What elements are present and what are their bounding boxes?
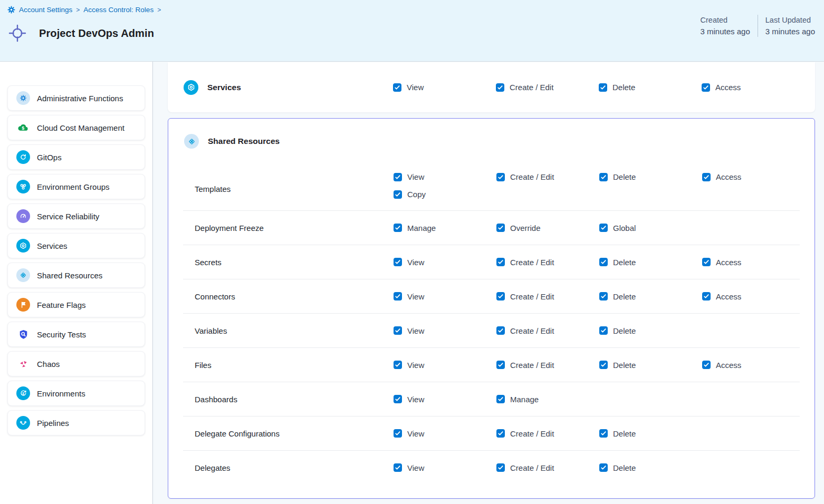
- create-edit-checkbox[interactable]: [496, 361, 505, 369]
- sidebar-item-chaos[interactable]: Chaos: [7, 351, 145, 376]
- delete-checkbox[interactable]: [599, 361, 608, 369]
- sidebar-item-security-tests[interactable]: Security Tests: [7, 322, 145, 347]
- permission-label: View: [407, 395, 424, 404]
- create-edit-checkbox[interactable]: [496, 292, 505, 301]
- sidebar-item-label: GitOps: [37, 153, 62, 162]
- access-checkbox[interactable]: [702, 173, 711, 181]
- delete-checkbox[interactable]: [599, 463, 608, 472]
- services-icon: [184, 80, 198, 95]
- permission-access: Access: [702, 258, 800, 267]
- permission-label: View: [407, 172, 424, 181]
- create-edit-checkbox[interactable]: [496, 258, 505, 266]
- access-checkbox[interactable]: [702, 258, 711, 266]
- view-checkbox[interactable]: [394, 292, 402, 301]
- services-icon: [16, 239, 30, 253]
- permission-label: View: [407, 326, 424, 335]
- create-edit-checkbox[interactable]: [496, 173, 505, 181]
- view-checkbox[interactable]: [394, 361, 402, 369]
- permission-create-edit: Create / Edit: [496, 326, 599, 335]
- delete-checkbox[interactable]: [599, 258, 608, 266]
- permission-cell: Create / Edit: [496, 463, 599, 472]
- create-edit-checkbox[interactable]: [496, 429, 505, 438]
- permission-cell: Manage: [496, 395, 599, 404]
- delete-checkbox[interactable]: [599, 173, 608, 181]
- permission-label: Create / Edit: [510, 83, 553, 92]
- permission-cell: View: [394, 292, 496, 301]
- permission-delete: Delete: [599, 361, 702, 370]
- permission-row-templates: TemplatesViewCopyCreate / EditDeleteAcce…: [183, 168, 800, 210]
- delete-checkbox[interactable]: [599, 292, 608, 301]
- sidebar-item-gitops[interactable]: GitOps: [7, 144, 145, 170]
- permission-delete: Delete: [599, 172, 702, 181]
- sidebar-item-shared-resources[interactable]: Shared Resources: [7, 263, 145, 288]
- permission-cell: Access: [702, 83, 815, 92]
- permission-cell: Delete: [599, 292, 702, 301]
- sidebar-item-label: Security Tests: [37, 330, 86, 339]
- sidebar-item-service-reliability[interactable]: Service Reliability: [7, 203, 145, 229]
- permission-label: View: [407, 361, 424, 370]
- svg-text:$: $: [22, 392, 24, 396]
- create-edit-checkbox[interactable]: [496, 463, 505, 472]
- permission-cell: ViewCopy: [394, 168, 496, 199]
- permission-row-variables: VariablesViewCreate / EditDelete: [183, 313, 800, 347]
- permission-label: Global: [613, 224, 636, 232]
- permission-label: Create / Edit: [510, 361, 554, 370]
- view-checkbox[interactable]: [394, 429, 402, 438]
- permission-view: View: [394, 258, 496, 267]
- access-checkbox[interactable]: [702, 83, 710, 92]
- global-checkbox[interactable]: [599, 224, 608, 232]
- delete-checkbox[interactable]: [599, 326, 608, 335]
- services-card-title: Services: [207, 83, 241, 92]
- sidebar-item-pipelines[interactable]: Pipelines: [7, 410, 145, 435]
- delete-checkbox[interactable]: [599, 83, 607, 92]
- permission-row-files: FilesViewCreate / EditDeleteAccess: [183, 347, 800, 382]
- access-checkbox[interactable]: [702, 361, 711, 369]
- create-edit-checkbox[interactable]: [496, 83, 504, 92]
- permission-row-dashboards: DashboardsViewManage: [183, 382, 800, 416]
- override-checkbox[interactable]: [496, 224, 505, 232]
- permission-cell: Create / Edit: [496, 168, 599, 181]
- breadcrumb-account-settings[interactable]: Account Settings: [19, 6, 72, 14]
- resource-label: Delegate Configurations: [195, 429, 394, 438]
- view-checkbox[interactable]: [394, 463, 402, 472]
- permission-label: Copy: [407, 190, 426, 199]
- permission-view: View: [394, 292, 496, 301]
- sidebar-item-administrative-functions[interactable]: Administrative Functions: [7, 85, 145, 111]
- services-permissions: ViewCreate / EditDeleteAccess: [393, 62, 815, 112]
- sidebar-item-services[interactable]: Services: [7, 233, 145, 258]
- svg-text:$: $: [22, 125, 24, 131]
- permission-label: Delete: [613, 258, 636, 267]
- view-checkbox[interactable]: [394, 258, 402, 266]
- permission-label: Delete: [613, 361, 636, 370]
- view-checkbox[interactable]: [394, 173, 402, 181]
- permission-access: Access: [702, 83, 815, 92]
- permission-delete: Delete: [599, 326, 702, 335]
- copy-checkbox[interactable]: [394, 190, 402, 199]
- view-checkbox[interactable]: [394, 395, 402, 403]
- permission-create-edit: Create / Edit: [496, 83, 599, 92]
- gitops-icon: [16, 150, 30, 164]
- sidebar-item-label: Environment Groups: [37, 182, 110, 191]
- gear-icon: [16, 91, 30, 105]
- sidebar-item-cloud-cost-management[interactable]: $Cloud Cost Management: [7, 115, 145, 140]
- view-checkbox[interactable]: [393, 83, 401, 92]
- permission-create-edit: Create / Edit: [496, 429, 599, 438]
- create-edit-checkbox[interactable]: [496, 326, 505, 335]
- sidebar-item-feature-flags[interactable]: Feature Flags: [7, 292, 145, 317]
- shared-resources-icon: [184, 134, 199, 149]
- permission-cell: View: [394, 395, 496, 404]
- view-checkbox[interactable]: [394, 326, 402, 335]
- resource-label: Connectors: [195, 292, 394, 301]
- permission-cell: View: [394, 258, 496, 267]
- access-checkbox[interactable]: [702, 292, 711, 301]
- permission-delete: Delete: [599, 429, 702, 438]
- manage-checkbox[interactable]: [394, 224, 402, 232]
- permission-cell: View: [394, 463, 496, 472]
- sidebar-item-environment-groups[interactable]: Environment Groups: [7, 174, 145, 199]
- permission-delete: Delete: [599, 83, 702, 92]
- manage-checkbox[interactable]: [496, 395, 505, 403]
- resource-label: Files: [195, 361, 394, 370]
- breadcrumb-access-control-roles[interactable]: Access Control: Roles: [83, 6, 154, 14]
- delete-checkbox[interactable]: [599, 429, 608, 438]
- sidebar-item-environments[interactable]: $Environments: [7, 381, 145, 406]
